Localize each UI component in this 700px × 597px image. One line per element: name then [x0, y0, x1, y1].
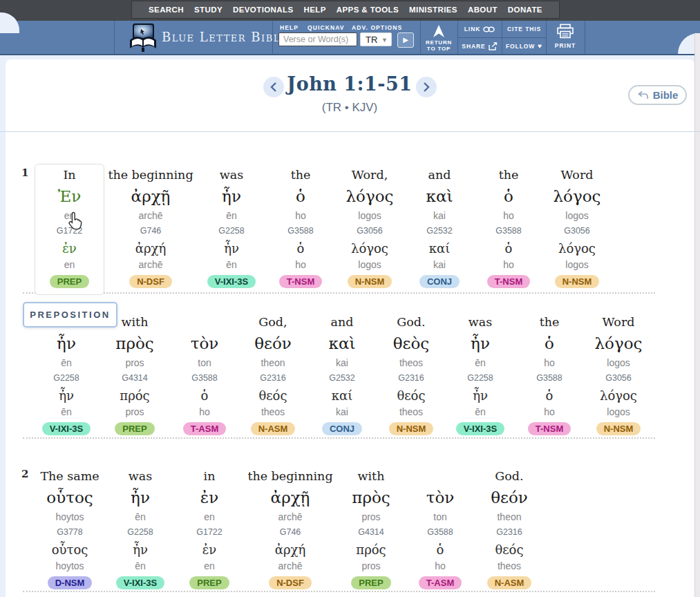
share-icon [489, 42, 498, 50]
return-to-top-button[interactable]: RETURNTO TOP [420, 21, 458, 54]
greek-word[interactable]: θεόν [457, 485, 561, 510]
chevron-right-icon [422, 82, 431, 93]
bible-back-button[interactable]: Bible [628, 85, 687, 105]
root-greek[interactable]: ἐν [35, 239, 104, 258]
link-button[interactable]: LINK [457, 21, 502, 37]
root-transliteration: en [35, 258, 104, 272]
english-gloss: God. [457, 467, 561, 485]
tools-grid: LINK CITE THIS SHARE FOLLOW ♥ [457, 21, 547, 54]
morphology-tag[interactable]: N-NSM [348, 275, 392, 288]
previous-chapter-button[interactable] [263, 77, 284, 97]
morphology-tag[interactable]: T-ASM [419, 576, 462, 589]
next-chapter-button[interactable] [416, 77, 437, 97]
translation-value: TR [366, 35, 377, 45]
morphology-tag[interactable]: T-ASM [183, 422, 226, 435]
title-divider [0, 131, 700, 132]
topnav-item-help[interactable]: HELP [304, 6, 326, 14]
print-label: PRINT [546, 42, 585, 49]
adv-options-link[interactable]: ADV. OPTIONS [352, 24, 402, 31]
morphology-tag[interactable]: N-DSF [269, 576, 312, 589]
strongs-number[interactable]: G3056 [567, 370, 670, 386]
morphology-tag[interactable]: PREP [50, 275, 89, 288]
chain-link-icon [483, 26, 495, 32]
english-gloss: Word [567, 313, 670, 331]
follow-label: FOLLOW [506, 43, 535, 50]
verse-line: ἦνēnG2258ἦνēnV-IXI-3SwithπρὸςprosG4314πρ… [0, 311, 700, 437]
morphology-tag[interactable]: PREP [189, 576, 229, 589]
translation-select[interactable]: TR ▼ [360, 32, 392, 46]
brand-name[interactable]: Blue Letter Bible [162, 21, 288, 54]
search-input[interactable] [278, 32, 357, 46]
greek-word[interactable]: λόγος [567, 331, 670, 356]
morphology-tag[interactable]: PREP [351, 576, 390, 589]
verse-separator [23, 437, 655, 439]
top-menu: SEARCHSTUDYDEVOTIONALSHELPAPPS & TOOLSMI… [131, 1, 560, 19]
topnav-item-ministries[interactable]: MINISTRIES [409, 6, 457, 14]
return-to-top-label: RETURNTO TOP [420, 39, 457, 52]
transliteration: theon [457, 510, 561, 524]
morphology-tag[interactable]: D-NSM [48, 576, 93, 589]
strongs-number[interactable]: G2316 [457, 524, 561, 540]
topnav-item-study[interactable]: STUDY [194, 6, 223, 14]
topnav-item-about[interactable]: ABOUT [468, 6, 498, 14]
follow-button[interactable]: FOLLOW ♥ [502, 37, 546, 54]
logo-section[interactable]: Blue Letter Bible [114, 21, 273, 54]
verse-separator [23, 292, 655, 294]
topnav-item-apps-tools[interactable]: APPS & TOOLS [337, 6, 399, 14]
morphology-tag[interactable]: N-NSM [555, 275, 600, 288]
bible-button-label: Bible [653, 89, 679, 101]
morphology-tag[interactable]: N-NSM [389, 422, 434, 435]
morphology-tag[interactable]: PREP [115, 422, 154, 435]
greek-word[interactable]: Ἐν [35, 184, 104, 209]
verse-line: 2The sameοὗτοςhoytosG3778οὗτοςhoytosD-NS… [0, 465, 700, 591]
interlinear-word: WordλόγοςlogosG3056λόγοςlogosN-NSM [567, 311, 670, 435]
morphology-tag[interactable]: T-NSM [279, 275, 322, 288]
morphology-tag[interactable]: T-NSM [487, 275, 530, 288]
verse-separator [23, 591, 655, 592]
transliteration: logos [525, 209, 629, 223]
cite-this-button[interactable]: CITE THIS [502, 21, 546, 37]
site-header: Blue Letter Bible HELP QUICKNAV ADV. OPT… [0, 21, 700, 55]
morphology-tag[interactable]: N-ASM [251, 422, 296, 435]
root-transliteration: logos [567, 405, 670, 419]
root-greek[interactable]: θεός [457, 540, 561, 559]
up-arrow-icon [428, 24, 449, 39]
cite-this-label: CITE THIS [507, 26, 541, 32]
interlinear-word: WordλόγοςlogosG3056λόγοςlogosN-NSM [525, 164, 629, 288]
topnav-item-donate[interactable]: DONATE [508, 6, 542, 14]
topnav-item-devotionals[interactable]: DEVOTIONALS [233, 6, 293, 14]
quicknav-link[interactable]: QUICKNAV [308, 24, 345, 31]
share-button[interactable]: SHARE [457, 37, 502, 54]
return-arrow-icon [637, 91, 649, 100]
root-transliteration: logos [525, 258, 629, 272]
morphology-tag[interactable]: N-DSF [129, 275, 172, 288]
blb-logo-icon [127, 23, 159, 53]
english-gloss: In [35, 166, 104, 184]
print-button[interactable]: PRINT [546, 21, 585, 54]
search-go-button[interactable]: ▶ [397, 32, 414, 48]
passage-subtitle: (TR • KJV) [322, 101, 378, 115]
morphology-tag[interactable]: CONJ [419, 275, 460, 288]
morphology-tag[interactable]: N-ASM [487, 576, 532, 589]
page: SEARCHSTUDYDEVOTIONALSHELPAPPS & TOOLSMI… [0, 0, 700, 597]
help-link[interactable]: HELP [280, 24, 299, 31]
passage-title: John 1:1-51 [287, 73, 412, 95]
chevron-down-icon: ▼ [381, 33, 388, 47]
chevron-left-icon [269, 82, 278, 93]
mouse-cursor [66, 211, 84, 231]
search-section: HELP QUICKNAV ADV. OPTIONS TR ▼ ▶ [272, 21, 421, 54]
share-label: SHARE [462, 43, 485, 50]
verse-number: 1 [21, 167, 34, 179]
morphology-tag[interactable]: T-NSM [528, 422, 571, 435]
root-transliteration: theos [457, 559, 561, 573]
morphology-tag[interactable]: N-NSM [596, 422, 641, 435]
strongs-number[interactable]: G3056 [525, 223, 629, 239]
topnav-item-search[interactable]: SEARCH [149, 6, 184, 14]
root-greek[interactable]: λόγος [567, 386, 670, 405]
interlinear-word: God.θεόνtheonG2316θεόςtheosN-ASM [457, 465, 561, 589]
transliteration: logos [567, 356, 670, 370]
morphology-tag[interactable]: CONJ [322, 422, 362, 435]
greek-word[interactable]: λόγος [525, 184, 629, 209]
root-greek[interactable]: λόγος [525, 239, 629, 258]
morphology-tooltip: PREPOSITION [23, 302, 117, 328]
